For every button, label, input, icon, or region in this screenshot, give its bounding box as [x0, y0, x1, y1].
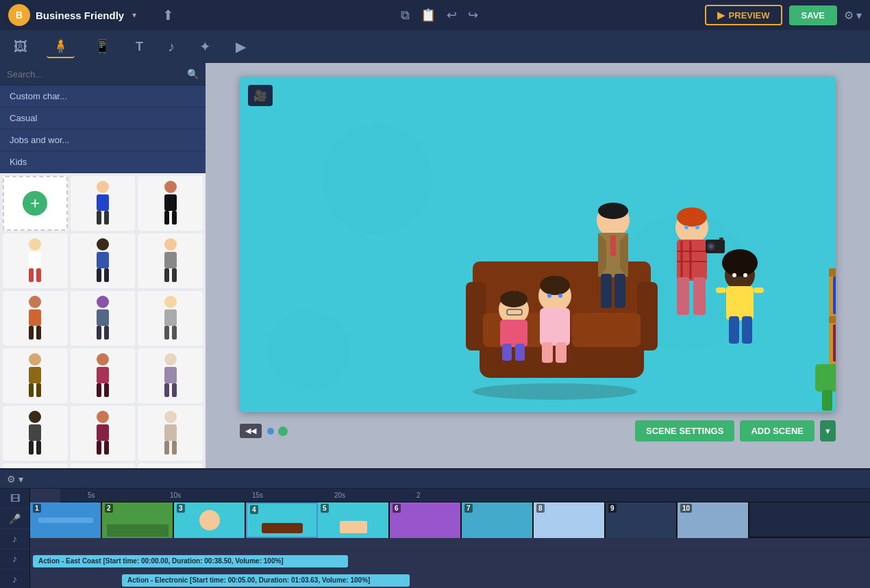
- tool-image[interactable]: 🖼: [8, 36, 33, 57]
- scene-thumb-1[interactable]: 1: [30, 502, 102, 538]
- svg-rect-37: [97, 367, 109, 383]
- undo-icon[interactable]: ↩: [447, 8, 457, 23]
- svg-rect-18: [164, 268, 169, 282]
- tool-effects[interactable]: ✦: [194, 36, 216, 57]
- add-scene-button[interactable]: ADD SCENE: [740, 420, 815, 442]
- redo-icon[interactable]: ↪: [468, 8, 478, 23]
- character-item[interactable]: [3, 463, 68, 468]
- svg-point-32: [29, 353, 41, 366]
- svg-rect-138: [833, 324, 836, 361]
- character-item[interactable]: [138, 176, 203, 231]
- timeline-header: ⚙ ▾: [0, 470, 870, 489]
- svg-rect-95: [601, 274, 612, 308]
- svg-rect-183: [607, 504, 675, 537]
- svg-rect-25: [97, 309, 109, 326]
- add-scene-dropdown-button[interactable]: ▾: [820, 420, 836, 442]
- svg-rect-15: [104, 268, 109, 282]
- character-item[interactable]: [71, 291, 136, 346]
- audio-track-2[interactable]: Action - Electronic [Start time: 00:05.0…: [30, 571, 870, 588]
- character-item[interactable]: [3, 348, 68, 403]
- scene-navigation: ◀◀: [240, 424, 288, 438]
- project-dropdown-icon[interactable]: ▾: [132, 10, 136, 20]
- audio-bar-1[interactable]: Action - East Coast [Start time: 00:00.0…: [33, 555, 348, 567]
- character-item[interactable]: [3, 233, 68, 288]
- character-item[interactable]: [138, 463, 203, 468]
- svg-point-16: [164, 238, 177, 251]
- character-item[interactable]: [3, 291, 68, 346]
- avatar: B: [8, 4, 30, 26]
- svg-point-69: [322, 125, 432, 234]
- svg-point-175: [199, 510, 220, 531]
- scene-prev-button[interactable]: ◀◀: [240, 424, 262, 438]
- scene-dot-1[interactable]: [267, 428, 274, 435]
- category-casual[interactable]: Casual: [0, 107, 206, 129]
- timeline-settings-icon[interactable]: ⚙ ▾: [7, 474, 23, 485]
- scene-thumb-7[interactable]: 7: [462, 502, 534, 538]
- ruler-mark-20s: 20s: [334, 491, 417, 499]
- track-label-mic: 🎤: [0, 509, 29, 528]
- svg-rect-87: [540, 308, 570, 346]
- svg-point-12: [97, 238, 109, 251]
- svg-point-91: [547, 294, 551, 298]
- svg-rect-1: [97, 194, 109, 211]
- ruler-mark-5s: 5s: [88, 491, 170, 499]
- tool-video[interactable]: ▶: [230, 36, 251, 57]
- scene-settings-button[interactable]: SCENE SETTINGS: [635, 420, 734, 442]
- search-input[interactable]: [7, 69, 187, 79]
- canvas-actions: SCENE SETTINGS ADD SCENE ▾: [635, 420, 836, 442]
- scene-thumb-num-10: 10: [680, 504, 692, 513]
- scene-dot-2[interactable]: [278, 426, 288, 436]
- paste-icon[interactable]: 📋: [421, 8, 436, 23]
- character-item[interactable]: [71, 406, 136, 461]
- character-item[interactable]: [138, 406, 203, 461]
- category-custom[interactable]: Custom char...: [0, 86, 206, 107]
- scene-thumb-9[interactable]: 9: [606, 502, 678, 538]
- search-bar: 🔍: [0, 63, 206, 86]
- preview-button[interactable]: ▶ PREVIEW: [705, 5, 782, 25]
- save-button[interactable]: SAVE: [789, 5, 837, 25]
- audio-track-1[interactable]: Action - East Coast [Start time: 00:00.0…: [30, 552, 870, 571]
- canvas-frame[interactable]: 🎥: [240, 77, 836, 412]
- tool-character[interactable]: 🧍: [47, 35, 75, 58]
- scene-thumb-6[interactable]: 6: [390, 502, 462, 538]
- scene-thumb-num-1: 1: [33, 504, 41, 513]
- tool-device[interactable]: 📱: [88, 36, 116, 57]
- upload-icon[interactable]: ⬆: [162, 7, 174, 23]
- character-item[interactable]: [71, 348, 136, 403]
- character-item[interactable]: [71, 176, 136, 231]
- character-item[interactable]: [3, 406, 68, 461]
- svg-rect-123: [729, 316, 739, 344]
- secondary-toolbar: 🖼 🧍 📱 T ♪ ✦ ▶: [0, 30, 870, 63]
- scene-thumb-8[interactable]: 8: [534, 502, 606, 538]
- scene-thumb-4[interactable]: 4: [246, 502, 318, 538]
- track-label-video: 🎞: [0, 489, 29, 509]
- svg-rect-34: [29, 383, 34, 397]
- character-item[interactable]: [138, 348, 203, 403]
- category-kids[interactable]: Kids: [0, 151, 206, 173]
- character-item[interactable]: [71, 233, 136, 288]
- scene-thumb-5[interactable]: 5: [318, 502, 390, 538]
- copy-icon[interactable]: ⧉: [401, 8, 410, 23]
- audio-bar-2[interactable]: Action - Electronic [Start time: 00:05.0…: [122, 574, 410, 587]
- svg-point-110: [684, 225, 688, 229]
- character-item[interactable]: [138, 233, 203, 288]
- scene-thumb-10[interactable]: 10: [678, 502, 749, 538]
- tool-music[interactable]: ♪: [162, 36, 180, 57]
- character-item[interactable]: [71, 463, 136, 468]
- svg-rect-54: [164, 441, 169, 455]
- category-jobs[interactable]: Jobs and wor...: [0, 129, 206, 151]
- scene-thumb-3[interactable]: 3: [174, 502, 246, 538]
- svg-rect-126: [829, 268, 836, 277]
- svg-rect-41: [164, 367, 177, 383]
- tool-text[interactable]: T: [130, 37, 149, 57]
- svg-rect-10: [29, 268, 34, 282]
- add-character-button[interactable]: +: [3, 176, 68, 231]
- settings-dropdown-arrow: ▾: [856, 9, 862, 22]
- svg-rect-35: [36, 383, 41, 397]
- scene-thumb-num-8: 8: [536, 504, 545, 513]
- settings-button[interactable]: ⚙ ▾: [844, 9, 862, 22]
- audio-track-empty: [30, 538, 870, 552]
- scene-thumb-2[interactable]: 2: [102, 502, 174, 538]
- svg-rect-180: [391, 504, 460, 537]
- character-item[interactable]: [138, 291, 203, 346]
